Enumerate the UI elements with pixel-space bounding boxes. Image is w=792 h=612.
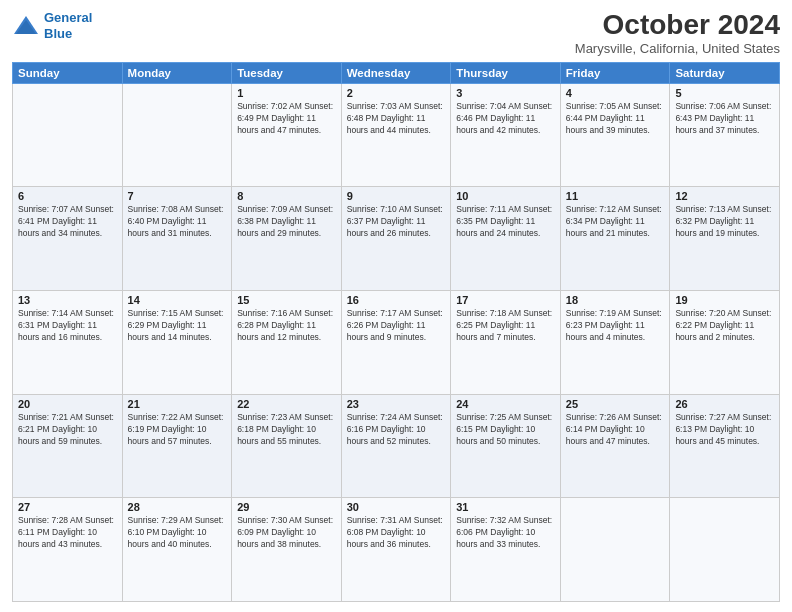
day-detail: Sunrise: 7:14 AM Sunset: 6:31 PM Dayligh… — [18, 308, 117, 344]
day-detail: Sunrise: 7:07 AM Sunset: 6:41 PM Dayligh… — [18, 204, 117, 240]
day-number: 1 — [237, 87, 336, 99]
day-cell: 4Sunrise: 7:05 AM Sunset: 6:44 PM Daylig… — [560, 83, 670, 187]
month-title: October 2024 — [575, 10, 780, 41]
title-block: October 2024 Marysville, California, Uni… — [575, 10, 780, 56]
day-cell — [122, 83, 232, 187]
day-detail: Sunrise: 7:16 AM Sunset: 6:28 PM Dayligh… — [237, 308, 336, 344]
day-cell: 3Sunrise: 7:04 AM Sunset: 6:46 PM Daylig… — [451, 83, 561, 187]
weekday-header-wednesday: Wednesday — [341, 62, 451, 83]
logo-line1: General — [44, 10, 92, 25]
day-detail: Sunrise: 7:10 AM Sunset: 6:37 PM Dayligh… — [347, 204, 446, 240]
day-cell: 11Sunrise: 7:12 AM Sunset: 6:34 PM Dayli… — [560, 187, 670, 291]
logo-icon — [12, 14, 40, 38]
day-detail: Sunrise: 7:13 AM Sunset: 6:32 PM Dayligh… — [675, 204, 774, 240]
day-detail: Sunrise: 7:18 AM Sunset: 6:25 PM Dayligh… — [456, 308, 555, 344]
logo-text: General Blue — [44, 10, 92, 41]
day-detail: Sunrise: 7:30 AM Sunset: 6:09 PM Dayligh… — [237, 515, 336, 551]
day-number: 19 — [675, 294, 774, 306]
day-detail: Sunrise: 7:08 AM Sunset: 6:40 PM Dayligh… — [128, 204, 227, 240]
day-cell: 9Sunrise: 7:10 AM Sunset: 6:37 PM Daylig… — [341, 187, 451, 291]
week-row-4: 20Sunrise: 7:21 AM Sunset: 6:21 PM Dayli… — [13, 394, 780, 498]
day-cell: 26Sunrise: 7:27 AM Sunset: 6:13 PM Dayli… — [670, 394, 780, 498]
day-cell: 29Sunrise: 7:30 AM Sunset: 6:09 PM Dayli… — [232, 498, 342, 602]
calendar-table: SundayMondayTuesdayWednesdayThursdayFrid… — [12, 62, 780, 602]
day-detail: Sunrise: 7:23 AM Sunset: 6:18 PM Dayligh… — [237, 412, 336, 448]
day-cell — [13, 83, 123, 187]
day-detail: Sunrise: 7:31 AM Sunset: 6:08 PM Dayligh… — [347, 515, 446, 551]
day-number: 8 — [237, 190, 336, 202]
day-number: 11 — [566, 190, 665, 202]
page: General Blue October 2024 Marysville, Ca… — [0, 0, 792, 612]
day-detail: Sunrise: 7:28 AM Sunset: 6:11 PM Dayligh… — [18, 515, 117, 551]
day-detail: Sunrise: 7:02 AM Sunset: 6:49 PM Dayligh… — [237, 101, 336, 137]
day-number: 29 — [237, 501, 336, 513]
day-detail: Sunrise: 7:03 AM Sunset: 6:48 PM Dayligh… — [347, 101, 446, 137]
day-number: 30 — [347, 501, 446, 513]
day-number: 5 — [675, 87, 774, 99]
day-cell: 13Sunrise: 7:14 AM Sunset: 6:31 PM Dayli… — [13, 291, 123, 395]
day-cell: 18Sunrise: 7:19 AM Sunset: 6:23 PM Dayli… — [560, 291, 670, 395]
logo-line2: Blue — [44, 26, 72, 41]
day-number: 3 — [456, 87, 555, 99]
day-cell: 30Sunrise: 7:31 AM Sunset: 6:08 PM Dayli… — [341, 498, 451, 602]
day-detail: Sunrise: 7:29 AM Sunset: 6:10 PM Dayligh… — [128, 515, 227, 551]
day-detail: Sunrise: 7:06 AM Sunset: 6:43 PM Dayligh… — [675, 101, 774, 137]
day-cell: 19Sunrise: 7:20 AM Sunset: 6:22 PM Dayli… — [670, 291, 780, 395]
day-number: 14 — [128, 294, 227, 306]
day-number: 9 — [347, 190, 446, 202]
day-detail: Sunrise: 7:04 AM Sunset: 6:46 PM Dayligh… — [456, 101, 555, 137]
day-cell: 16Sunrise: 7:17 AM Sunset: 6:26 PM Dayli… — [341, 291, 451, 395]
day-number: 12 — [675, 190, 774, 202]
day-cell: 27Sunrise: 7:28 AM Sunset: 6:11 PM Dayli… — [13, 498, 123, 602]
day-cell: 24Sunrise: 7:25 AM Sunset: 6:15 PM Dayli… — [451, 394, 561, 498]
day-number: 27 — [18, 501, 117, 513]
day-detail: Sunrise: 7:09 AM Sunset: 6:38 PM Dayligh… — [237, 204, 336, 240]
day-cell: 28Sunrise: 7:29 AM Sunset: 6:10 PM Dayli… — [122, 498, 232, 602]
day-cell: 17Sunrise: 7:18 AM Sunset: 6:25 PM Dayli… — [451, 291, 561, 395]
weekday-header-saturday: Saturday — [670, 62, 780, 83]
day-cell: 1Sunrise: 7:02 AM Sunset: 6:49 PM Daylig… — [232, 83, 342, 187]
day-cell: 23Sunrise: 7:24 AM Sunset: 6:16 PM Dayli… — [341, 394, 451, 498]
day-cell: 6Sunrise: 7:07 AM Sunset: 6:41 PM Daylig… — [13, 187, 123, 291]
day-number: 6 — [18, 190, 117, 202]
day-number: 18 — [566, 294, 665, 306]
day-number: 21 — [128, 398, 227, 410]
day-number: 7 — [128, 190, 227, 202]
day-cell: 14Sunrise: 7:15 AM Sunset: 6:29 PM Dayli… — [122, 291, 232, 395]
weekday-header-tuesday: Tuesday — [232, 62, 342, 83]
day-detail: Sunrise: 7:12 AM Sunset: 6:34 PM Dayligh… — [566, 204, 665, 240]
day-cell: 2Sunrise: 7:03 AM Sunset: 6:48 PM Daylig… — [341, 83, 451, 187]
day-number: 22 — [237, 398, 336, 410]
day-number: 31 — [456, 501, 555, 513]
logo: General Blue — [12, 10, 92, 41]
day-number: 24 — [456, 398, 555, 410]
day-detail: Sunrise: 7:24 AM Sunset: 6:16 PM Dayligh… — [347, 412, 446, 448]
week-row-3: 13Sunrise: 7:14 AM Sunset: 6:31 PM Dayli… — [13, 291, 780, 395]
day-cell: 22Sunrise: 7:23 AM Sunset: 6:18 PM Dayli… — [232, 394, 342, 498]
week-row-5: 27Sunrise: 7:28 AM Sunset: 6:11 PM Dayli… — [13, 498, 780, 602]
day-cell: 25Sunrise: 7:26 AM Sunset: 6:14 PM Dayli… — [560, 394, 670, 498]
day-cell: 31Sunrise: 7:32 AM Sunset: 6:06 PM Dayli… — [451, 498, 561, 602]
location-subtitle: Marysville, California, United States — [575, 41, 780, 56]
day-number: 16 — [347, 294, 446, 306]
day-detail: Sunrise: 7:20 AM Sunset: 6:22 PM Dayligh… — [675, 308, 774, 344]
day-detail: Sunrise: 7:32 AM Sunset: 6:06 PM Dayligh… — [456, 515, 555, 551]
day-cell: 5Sunrise: 7:06 AM Sunset: 6:43 PM Daylig… — [670, 83, 780, 187]
day-detail: Sunrise: 7:17 AM Sunset: 6:26 PM Dayligh… — [347, 308, 446, 344]
day-cell: 10Sunrise: 7:11 AM Sunset: 6:35 PM Dayli… — [451, 187, 561, 291]
day-number: 2 — [347, 87, 446, 99]
weekday-header-monday: Monday — [122, 62, 232, 83]
day-number: 13 — [18, 294, 117, 306]
day-detail: Sunrise: 7:22 AM Sunset: 6:19 PM Dayligh… — [128, 412, 227, 448]
week-row-1: 1Sunrise: 7:02 AM Sunset: 6:49 PM Daylig… — [13, 83, 780, 187]
weekday-header-sunday: Sunday — [13, 62, 123, 83]
day-number: 28 — [128, 501, 227, 513]
day-cell: 15Sunrise: 7:16 AM Sunset: 6:28 PM Dayli… — [232, 291, 342, 395]
week-row-2: 6Sunrise: 7:07 AM Sunset: 6:41 PM Daylig… — [13, 187, 780, 291]
day-number: 25 — [566, 398, 665, 410]
calendar-body: 1Sunrise: 7:02 AM Sunset: 6:49 PM Daylig… — [13, 83, 780, 601]
day-cell: 12Sunrise: 7:13 AM Sunset: 6:32 PM Dayli… — [670, 187, 780, 291]
day-detail: Sunrise: 7:05 AM Sunset: 6:44 PM Dayligh… — [566, 101, 665, 137]
day-cell: 7Sunrise: 7:08 AM Sunset: 6:40 PM Daylig… — [122, 187, 232, 291]
day-number: 23 — [347, 398, 446, 410]
